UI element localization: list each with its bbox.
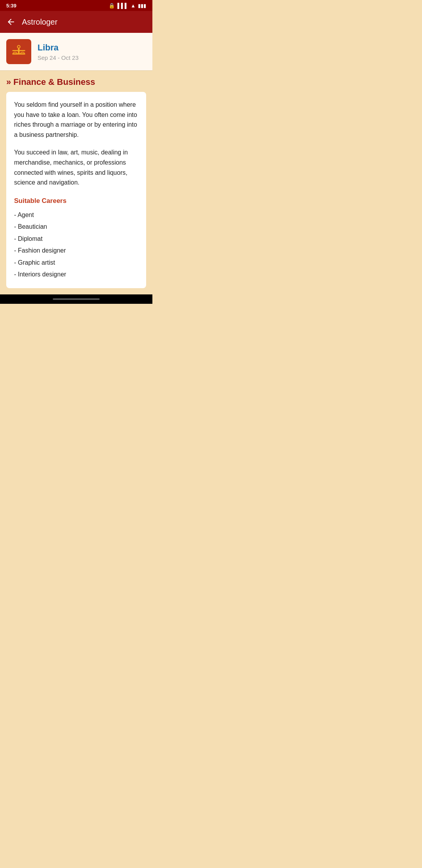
back-button[interactable] [6, 17, 16, 27]
career-list: - Agent - Beautician - Diplomat - Fashio… [14, 209, 138, 280]
careers-heading: Suitable Careers [14, 195, 138, 206]
paragraph-1: You seldom find yourself in a position w… [14, 100, 138, 140]
status-bar: 5:39 🔒 ▌▌▌ ▲ ▮▮▮ [0, 0, 152, 11]
wifi-icon: ▲ [131, 3, 136, 9]
bottom-nav-indicator [53, 298, 100, 300]
career-item-beautician: - Beautician [14, 221, 138, 233]
sign-name: Libra [38, 43, 79, 53]
career-item-graphic-artist: - Graphic artist [14, 257, 138, 269]
libra-sign-icon [6, 39, 31, 64]
sign-dates: Sep 24 - Oct 23 [38, 54, 79, 61]
svg-rect-3 [13, 50, 25, 51]
content-area: » Finance & Business You seldom find you… [0, 71, 152, 294]
career-item-agent: - Agent [14, 209, 138, 221]
section-heading: » Finance & Business [6, 77, 146, 87]
paragraph-2: You succeed in law, art, music, dealing … [14, 147, 138, 187]
battery-icon: ▮▮▮ [138, 3, 146, 9]
career-item-fashion-designer: - Fashion designer [14, 245, 138, 256]
sign-header: Libra Sep 24 - Oct 23 [0, 33, 152, 71]
career-item-diplomat: - Diplomat [14, 233, 138, 245]
status-bar-time: 5:39 [6, 3, 16, 9]
app-bar-title: Astrologer [22, 18, 57, 27]
status-bar-icons: 🔒 ▌▌▌ ▲ ▮▮▮ [109, 3, 146, 9]
svg-point-2 [18, 45, 20, 48]
sign-info: Libra Sep 24 - Oct 23 [38, 43, 79, 61]
bottom-nav [0, 294, 152, 304]
career-item-interiors-designer: - Interiors designer [14, 269, 138, 280]
content-card: You seldom find yourself in a position w… [6, 92, 146, 288]
app-bar: Astrologer [0, 11, 152, 33]
signal-icon: ▌▌▌ [117, 3, 128, 9]
lock-icon: 🔒 [109, 3, 115, 9]
